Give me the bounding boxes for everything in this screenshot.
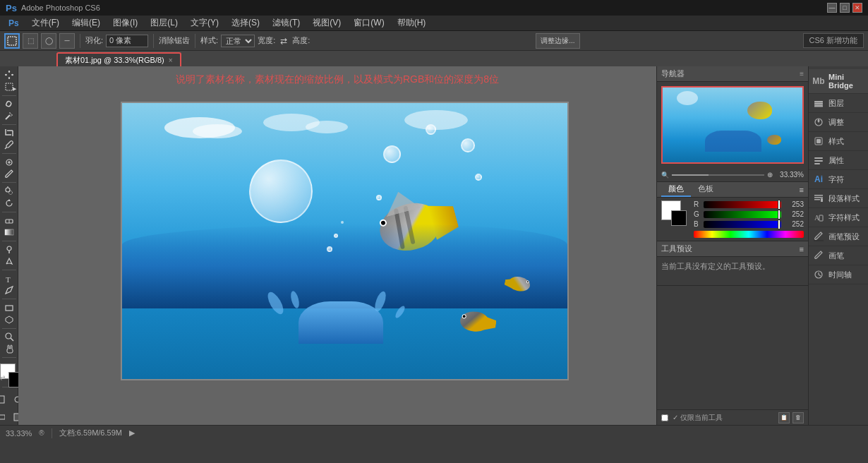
tool-crop[interactable] <box>1 128 17 139</box>
tool-pen[interactable] <box>1 255 17 267</box>
status-arrow-btn[interactable]: ▶ <box>129 428 135 438</box>
rect-marquee-btn[interactable]: ⬚ <box>23 33 38 49</box>
menu-help[interactable]: 帮助(H) <box>392 16 432 30</box>
navigator-preview <box>661 86 804 164</box>
swatches-tab[interactable]: 色板 <box>691 182 721 197</box>
preset-add-btn[interactable]: 📋 <box>778 412 790 423</box>
brush-item[interactable]: 画笔 <box>809 246 868 265</box>
menubar: Ps 文件(F) 编辑(E) 图像(I) 图层(L) 文字(Y) 选择(S) 滤… <box>0 16 868 31</box>
preset-delete-btn[interactable]: 🗑 <box>792 412 804 423</box>
g-slider-bar[interactable] <box>704 211 781 218</box>
tool-shape[interactable] <box>1 302 17 313</box>
properties-item[interactable]: 属性 <box>809 151 868 170</box>
menu-ps[interactable]: Ps <box>3 17 25 30</box>
swap-colors-icon[interactable]: ⇄ <box>0 374 6 381</box>
zoom-in-icon[interactable]: ⊕ <box>767 171 773 179</box>
standard-mode-btn[interactable] <box>0 392 8 407</box>
para-styles-item[interactable]: 段落样式 <box>809 189 868 208</box>
tools-preset-menu[interactable]: ≡ <box>800 245 804 253</box>
spectrum-bar[interactable] <box>694 231 804 238</box>
toolbar-sep-3 <box>195 34 195 48</box>
brush-icon <box>813 250 824 261</box>
menu-layer[interactable]: 图层(L) <box>145 16 183 30</box>
tool-sep-3 <box>2 153 16 154</box>
tool-spot-heal[interactable] <box>1 157 17 168</box>
menu-filter[interactable]: 滤镜(T) <box>267 16 306 30</box>
feather-input[interactable] <box>106 35 148 47</box>
single-row-btn[interactable]: ─ <box>59 33 75 49</box>
b-value: 252 <box>784 220 804 228</box>
menu-select[interactable]: 选择(S) <box>226 16 265 30</box>
tool-eraser[interactable] <box>1 215 17 226</box>
statusbar: 33.33% ® 文档:6.59M/6.59M ▶ <box>0 425 868 440</box>
navigator-menu-icon[interactable]: ≡ <box>800 70 804 78</box>
timeline-item[interactable]: 时间轴 <box>809 265 868 284</box>
tool-path-select[interactable] <box>1 285 17 296</box>
document-tab[interactable]: 素材01.jpg @ 33.3%(RGB/8) × <box>56 52 181 66</box>
adjust-edges-btn[interactable]: 调整边缘... <box>536 33 579 49</box>
tool-move[interactable] <box>1 69 17 80</box>
statusbar-adobe-icon: ® <box>39 429 44 437</box>
navigator-zoom-bar: 🔍 ⊕ 33.33% <box>657 168 808 181</box>
tool-dodge[interactable] <box>1 244 17 255</box>
properties-icon <box>813 155 824 166</box>
tool-3d[interactable] <box>1 314 17 325</box>
brush-preset-item[interactable]: 画笔预设 <box>809 227 868 246</box>
menu-edit[interactable]: 编辑(E) <box>66 16 106 30</box>
background-swatch[interactable] <box>671 210 687 226</box>
tool-marquee[interactable]: ▶ <box>1 81 17 92</box>
svg-line-22 <box>11 338 13 341</box>
adjustments-label: 调整 <box>828 117 844 128</box>
tool-brush[interactable] <box>1 169 17 180</box>
tool-sep-2 <box>2 124 16 125</box>
close-button[interactable]: ✕ <box>852 3 862 13</box>
mini-bridge-item[interactable]: Mb Mini Bridge <box>809 69 868 94</box>
zoom-slider[interactable] <box>672 174 764 176</box>
tool-clone[interactable] <box>1 186 17 197</box>
document-canvas[interactable] <box>121 102 569 380</box>
preset-message: 当前工具没有定义的工具预设。 <box>657 257 808 285</box>
swap-icon[interactable]: ⇄ <box>278 35 289 47</box>
adjustments-item[interactable]: 调整 <box>809 113 868 132</box>
char-styles-item[interactable]: A 字符样式 <box>809 208 868 227</box>
svg-rect-37 <box>814 197 823 198</box>
r-label: R <box>694 200 701 208</box>
r-slider-bar[interactable] <box>704 201 781 208</box>
svg-line-6 <box>5 148 6 149</box>
tool-type[interactable]: T <box>1 273 17 284</box>
menu-file[interactable]: 文件(F) <box>26 16 65 30</box>
menu-window[interactable]: 窗口(W) <box>348 16 390 30</box>
ellipse-marquee-btn[interactable]: ◯ <box>41 33 56 49</box>
style-select[interactable]: 正常 <box>221 35 255 47</box>
maximize-button[interactable]: □ <box>840 3 850 13</box>
menu-image[interactable]: 图像(I) <box>107 16 143 30</box>
color-tab[interactable]: 颜色 <box>661 182 691 197</box>
tool-gradient[interactable] <box>1 227 17 238</box>
zoom-percent: 33.33% <box>776 171 804 179</box>
minimize-button[interactable]: — <box>827 3 837 13</box>
tool-zoom[interactable] <box>1 331 17 342</box>
tool-eyedropper[interactable] <box>1 139 17 150</box>
tab-close-btn[interactable]: × <box>169 56 173 64</box>
zoom-out-icon[interactable]: 🔍 <box>661 172 669 179</box>
marquee-tool-btn[interactable] <box>4 33 20 49</box>
tool-lasso[interactable] <box>1 98 17 109</box>
menu-view[interactable]: 视图(V) <box>307 16 346 30</box>
tool-wand[interactable] <box>1 110 17 121</box>
b-slider-bar[interactable] <box>704 221 781 228</box>
fullscreen-btn[interactable] <box>0 409 8 425</box>
menu-text[interactable]: 文字(Y) <box>185 16 224 30</box>
tool-history[interactable] <box>1 198 17 209</box>
preset-actions: 📋 🗑 <box>778 412 804 423</box>
color-panel: 颜色 色板 ≡ R <box>657 182 808 241</box>
color-panel-menu[interactable]: ≡ <box>800 186 804 194</box>
tool-sep-9 <box>2 328 16 329</box>
right-panel-bottom <box>657 286 808 409</box>
fg-bg-swatches[interactable] <box>661 200 689 229</box>
layers-item[interactable]: 图层 <box>809 94 868 113</box>
tool-hand[interactable] <box>1 343 17 354</box>
current-tool-checkbox[interactable] <box>661 414 668 421</box>
character-item[interactable]: Ai 字符 <box>809 170 868 189</box>
styles-label: 样式 <box>828 136 844 147</box>
styles-item[interactable]: 样式 <box>809 132 868 151</box>
